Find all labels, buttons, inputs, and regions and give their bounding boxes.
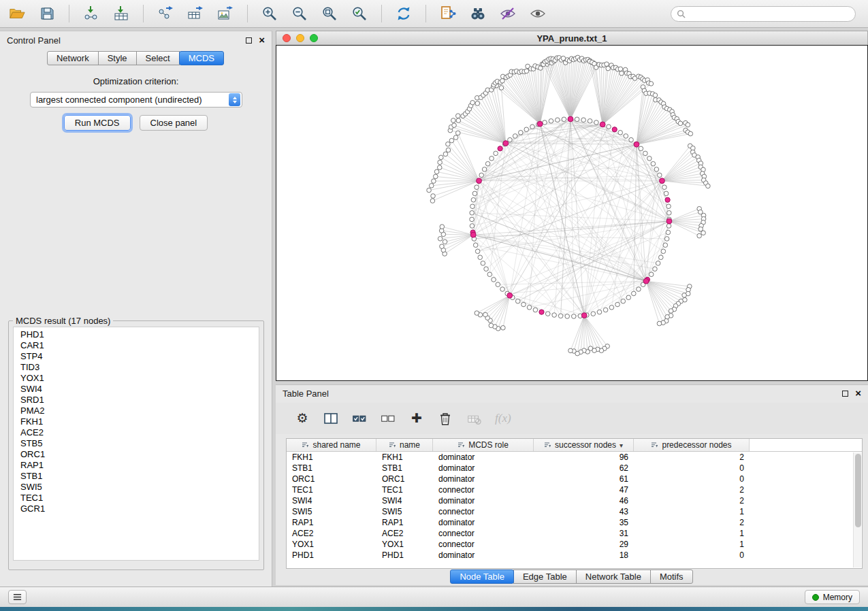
column-header-MCDS-role[interactable]: MCDS role xyxy=(433,439,534,451)
mcds-result-item[interactable]: GCR1 xyxy=(20,503,259,514)
sort-menu-icon[interactable]: ▾ xyxy=(620,442,623,449)
table-cell: SWI4 xyxy=(376,495,433,506)
table-row[interactable]: STB1STB1dominator620 xyxy=(287,463,862,474)
tab-select[interactable]: Select xyxy=(136,51,180,65)
mcds-result-item[interactable]: ACE2 xyxy=(20,427,259,438)
eye-slash-icon xyxy=(500,5,516,22)
deselect-all-rows-button[interactable] xyxy=(381,410,396,427)
minimize-window-icon[interactable] xyxy=(296,34,304,42)
zoom-window-icon[interactable] xyxy=(310,34,318,42)
export-table-button[interactable] xyxy=(185,3,206,24)
close-panel-button[interactable]: Close panel xyxy=(140,115,208,131)
scrollbar-thumb[interactable] xyxy=(855,454,861,527)
float-table-panel-icon[interactable] xyxy=(842,391,848,397)
export-image-button[interactable] xyxy=(215,3,236,24)
column-header-name[interactable]: name xyxy=(376,439,433,451)
toolbar-separator xyxy=(381,5,382,22)
close-window-icon[interactable] xyxy=(283,34,291,42)
run-mcds-button[interactable]: Run MCDS xyxy=(64,115,131,131)
search-input[interactable] xyxy=(689,9,850,19)
find-button[interactable] xyxy=(468,3,488,24)
mcds-result-list[interactable]: PHD1CAR1STP4TID3YOX1SWI4SRD1PMA2FKH1ACE2… xyxy=(13,327,259,561)
zoom-in-button[interactable] xyxy=(259,3,280,24)
table-row[interactable]: SWI4SWI4dominator462 xyxy=(287,495,862,506)
mcds-result-item[interactable]: ORC1 xyxy=(20,449,259,460)
table-row[interactable]: PHD1PHD1dominator180 xyxy=(287,550,862,561)
show-all-button[interactable] xyxy=(528,3,548,24)
memory-button[interactable]: Memory xyxy=(805,590,860,604)
table-row[interactable]: SWI5SWI5connector431 xyxy=(287,506,862,517)
mcds-result-item[interactable]: STB5 xyxy=(20,438,259,449)
mcds-result-item[interactable]: YOX1 xyxy=(20,373,259,384)
save-session-button[interactable] xyxy=(37,3,57,24)
table-row[interactable]: ORC1ORC1dominator610 xyxy=(287,474,862,484)
export-document-button[interactable] xyxy=(438,3,458,24)
import-table-button xyxy=(466,410,481,427)
delete-column-button[interactable] xyxy=(438,410,453,427)
mcds-result-item[interactable]: PMA2 xyxy=(20,406,259,416)
table-row[interactable]: TEC1TEC1connector472 xyxy=(287,484,862,495)
float-panel-icon[interactable] xyxy=(246,37,252,44)
mcds-result-item[interactable]: SWI4 xyxy=(20,384,259,395)
network-canvas[interactable] xyxy=(276,45,868,381)
table-cell: 2 xyxy=(634,484,750,495)
mcds-result-item[interactable]: PHD1 xyxy=(20,329,259,340)
apply-layout-button[interactable] xyxy=(393,3,414,24)
table-cell: 2 xyxy=(634,517,750,528)
table-cell: STB1 xyxy=(287,463,376,474)
mcds-result-item[interactable]: TEC1 xyxy=(20,493,259,503)
export-network-button[interactable] xyxy=(155,3,176,24)
open-session-button[interactable] xyxy=(7,3,27,24)
mcds-result-item[interactable]: SRD1 xyxy=(20,395,259,406)
mcds-result-item[interactable]: CAR1 xyxy=(20,340,259,351)
mcds-result-item[interactable]: RAP1 xyxy=(20,460,259,471)
close-panel-icon[interactable]: × xyxy=(259,37,265,44)
table-panel-header: Table Panel × xyxy=(276,385,868,401)
mcds-result-item[interactable]: SWI5 xyxy=(20,482,259,493)
add-column-button[interactable]: ✚ xyxy=(409,410,424,427)
tab-node-table[interactable]: Node Table xyxy=(450,569,514,584)
save-icon xyxy=(39,5,55,22)
column-header-successor-nodes[interactable]: successor nodes▾ xyxy=(534,439,634,451)
column-sort-icon xyxy=(389,442,396,448)
tab-style[interactable]: Style xyxy=(98,51,137,65)
network-window-titlebar[interactable]: YPA_prune.txt_1 xyxy=(276,31,868,45)
column-header-predecessor-nodes[interactable]: predecessor nodes xyxy=(634,439,750,451)
mcds-result-item[interactable]: TID3 xyxy=(20,362,259,373)
network-graph[interactable] xyxy=(276,46,867,380)
zoom-fit-button[interactable] xyxy=(319,3,340,24)
criterion-select[interactable]: largest connected component (undirected) xyxy=(30,92,242,108)
tab-edge-table[interactable]: Edge Table xyxy=(513,569,577,584)
tab-network[interactable]: Network xyxy=(47,51,99,65)
table-row[interactable]: ACE2ACE2connector311 xyxy=(287,528,862,539)
table-row[interactable]: FKH1FKH1dominator962 xyxy=(287,452,862,463)
table-cell: 47 xyxy=(534,484,634,495)
table-mode-button[interactable]: ⚙ xyxy=(295,410,310,427)
import-table-gray-icon xyxy=(466,411,481,426)
import-network-button[interactable] xyxy=(81,3,101,24)
mcds-result-item[interactable]: FKH1 xyxy=(20,416,259,427)
table-cell: 1 xyxy=(634,539,750,550)
search-box[interactable] xyxy=(671,6,856,22)
mcds-result-item[interactable]: STB1 xyxy=(20,471,259,482)
table-cell: dominator xyxy=(433,550,534,561)
import-table-button[interactable] xyxy=(111,3,131,24)
close-table-panel-icon[interactable]: × xyxy=(855,390,861,397)
table-row[interactable]: RAP1RAP1dominator352 xyxy=(287,517,862,528)
tab-network-table[interactable]: Network Table xyxy=(576,569,651,584)
hide-selected-button[interactable] xyxy=(498,3,518,24)
column-header-label: MCDS role xyxy=(468,440,509,450)
zoom-out-button[interactable] xyxy=(289,3,310,24)
mcds-buttons-row: Run MCDS Close panel xyxy=(0,115,272,131)
show-columns-button[interactable] xyxy=(323,410,338,427)
select-all-rows-button[interactable] xyxy=(352,410,367,427)
column-header-shared-name[interactable]: shared name xyxy=(287,439,376,451)
table-scrollbar[interactable] xyxy=(853,452,861,567)
status-menu-button[interactable] xyxy=(8,590,27,604)
tab-mcds[interactable]: MCDS xyxy=(179,51,224,65)
mcds-result-item[interactable]: STP4 xyxy=(20,351,259,362)
network-window-title: YPA_prune.txt_1 xyxy=(276,33,867,44)
zoom-selected-button[interactable] xyxy=(349,3,370,24)
table-row[interactable]: YOX1YOX1connector291 xyxy=(287,539,862,550)
tab-motifs[interactable]: Motifs xyxy=(650,569,693,584)
